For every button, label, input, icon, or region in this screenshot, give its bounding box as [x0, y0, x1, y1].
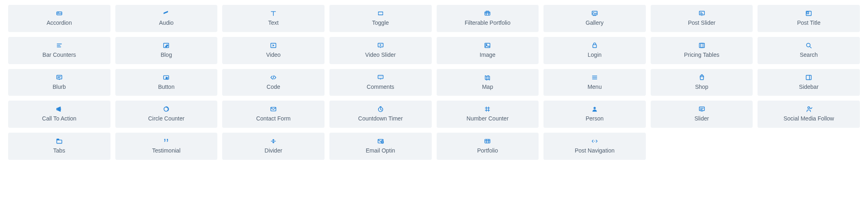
- module-tile-button[interactable]: Button: [115, 69, 218, 96]
- module-label: Divider: [264, 147, 282, 154]
- person-icon: [591, 105, 598, 113]
- module-label: Post Navigation: [575, 147, 615, 154]
- code-icon: [270, 74, 277, 81]
- testimonial-icon: [162, 138, 170, 145]
- module-tile-bar-counters[interactable]: Bar Counters: [8, 37, 110, 64]
- module-tile-post-slider[interactable]: Post Slider: [651, 5, 753, 32]
- module-label: Code: [266, 84, 280, 90]
- module-tile-testimonial[interactable]: Testimonial: [115, 133, 218, 160]
- module-label: Video: [266, 52, 281, 58]
- tabs-icon: [56, 138, 63, 145]
- module-label: Email Optin: [366, 147, 395, 154]
- module-tile-tabs[interactable]: Tabs: [8, 133, 110, 160]
- module-label: Toggle: [372, 19, 389, 26]
- module-tile-login[interactable]: Login: [543, 37, 646, 64]
- module-tile-post-navigation[interactable]: Post Navigation: [543, 133, 646, 160]
- toggle-icon: [377, 10, 384, 17]
- module-tile-social-media-follow[interactable]: Social Media Follow: [758, 101, 860, 128]
- module-label: Testimonial: [152, 147, 180, 154]
- module-tile-map[interactable]: Map: [437, 69, 539, 96]
- video-slider-icon: [377, 42, 384, 49]
- circle-counter-icon: [162, 105, 170, 113]
- module-tile-circle-counter[interactable]: Circle Counter: [115, 101, 218, 128]
- module-label: Bar Counters: [43, 52, 76, 58]
- module-label: Circle Counter: [148, 115, 184, 122]
- module-tile-countdown-timer[interactable]: Countdown Timer: [329, 101, 432, 128]
- text-icon: [270, 10, 277, 17]
- module-tile-person[interactable]: Person: [543, 101, 646, 128]
- accordion-icon: [56, 10, 63, 17]
- module-tile-number-counter[interactable]: Number Counter: [437, 101, 539, 128]
- module-tile-email-optin[interactable]: Email Optin: [329, 133, 432, 160]
- module-tile-text[interactable]: Text: [222, 5, 325, 32]
- module-tile-slider[interactable]: Slider: [651, 101, 753, 128]
- module-tile-video[interactable]: Video: [222, 37, 325, 64]
- module-label: Filterable Portfolio: [465, 19, 511, 26]
- shop-icon: [698, 74, 706, 81]
- module-tile-pricing-tables[interactable]: Pricing Tables: [651, 37, 753, 64]
- video-icon: [270, 42, 277, 49]
- module-label: Video Slider: [365, 52, 396, 58]
- slider-icon: [698, 105, 706, 113]
- module-tile-blog[interactable]: Blog: [115, 37, 218, 64]
- module-tile-menu[interactable]: Menu: [543, 69, 646, 96]
- post-navigation-icon: [591, 138, 598, 145]
- contact-form-icon: [270, 105, 277, 113]
- module-tile-accordion[interactable]: Accordion: [8, 5, 110, 32]
- image-icon: [484, 42, 491, 49]
- module-label: Post Title: [797, 19, 820, 26]
- module-label: Map: [482, 84, 493, 90]
- map-icon: [484, 74, 491, 81]
- email-optin-icon: [377, 138, 384, 145]
- countdown-timer-icon: [377, 105, 384, 113]
- search-icon: [805, 42, 812, 49]
- module-tile-sidebar[interactable]: Sidebar: [758, 69, 860, 96]
- module-label: Image: [480, 52, 496, 58]
- module-tile-code[interactable]: Code: [222, 69, 325, 96]
- module-label: Comments: [367, 84, 394, 90]
- portfolio-icon: [484, 138, 491, 145]
- blurb-icon: [56, 74, 63, 81]
- module-label: Sidebar: [799, 84, 818, 90]
- filterable-portfolio-icon: [484, 10, 491, 17]
- module-tile-contact-form[interactable]: Contact Form: [222, 101, 325, 128]
- module-tile-post-title[interactable]: Post Title: [758, 5, 860, 32]
- module-tile-shop[interactable]: Shop: [651, 69, 753, 96]
- blog-icon: [162, 42, 170, 49]
- module-tile-audio[interactable]: Audio: [115, 5, 218, 32]
- gallery-icon: [591, 10, 598, 17]
- module-tile-image[interactable]: Image: [437, 37, 539, 64]
- module-label: Person: [586, 115, 604, 122]
- module-label: Accordion: [47, 19, 72, 26]
- module-tile-blurb[interactable]: Blurb: [8, 69, 110, 96]
- sidebar-icon: [805, 74, 812, 81]
- module-tile-video-slider[interactable]: Video Slider: [329, 37, 432, 64]
- module-label: Gallery: [586, 19, 604, 26]
- module-tile-divider[interactable]: Divider: [222, 133, 325, 160]
- module-label: Menu: [587, 84, 602, 90]
- module-label: Social Media Follow: [784, 115, 834, 122]
- module-tile-gallery[interactable]: Gallery: [543, 5, 646, 32]
- module-tile-portfolio[interactable]: Portfolio: [437, 133, 539, 160]
- module-label: Tabs: [53, 147, 65, 154]
- module-tile-search[interactable]: Search: [758, 37, 860, 64]
- call-to-action-icon: [56, 105, 63, 113]
- button-icon: [162, 74, 170, 81]
- module-tile-toggle[interactable]: Toggle: [329, 5, 432, 32]
- module-label: Call To Action: [42, 115, 77, 122]
- module-grid: AccordionAudioTextToggleFilterable Portf…: [8, 5, 860, 160]
- module-tile-call-to-action[interactable]: Call To Action: [8, 101, 110, 128]
- module-label: Blog: [160, 52, 172, 58]
- module-label: Button: [158, 84, 174, 90]
- module-label: Post Slider: [688, 19, 716, 26]
- number-counter-icon: [484, 105, 491, 113]
- module-label: Pricing Tables: [684, 52, 719, 58]
- module-label: Audio: [159, 19, 174, 26]
- module-tile-filterable-portfolio[interactable]: Filterable Portfolio: [437, 5, 539, 32]
- audio-icon: [162, 10, 170, 17]
- social-media-follow-icon: [805, 105, 812, 113]
- module-tile-comments[interactable]: Comments: [329, 69, 432, 96]
- divider-icon: [270, 138, 277, 145]
- comments-icon: [377, 74, 384, 81]
- module-label: Blurb: [52, 84, 66, 90]
